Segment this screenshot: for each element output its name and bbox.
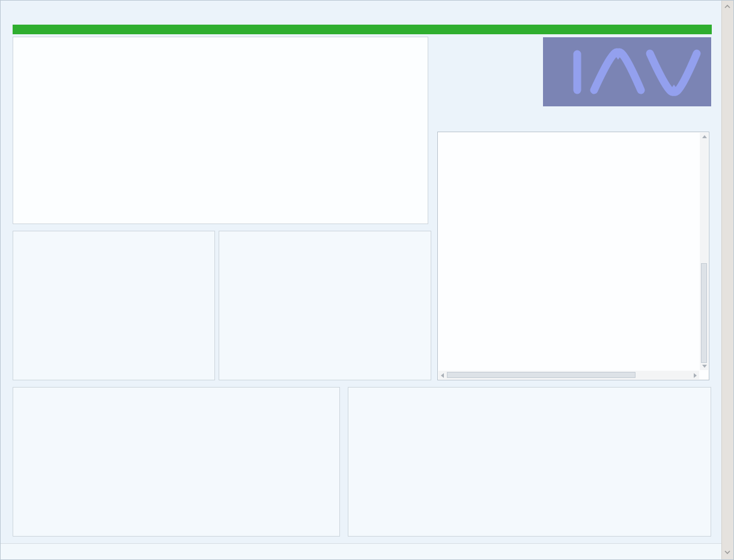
log-console[interactable] <box>437 132 709 380</box>
current-chart[interactable] <box>13 231 214 380</box>
model-3d-panel <box>13 37 428 224</box>
footer-bar <box>1 543 722 560</box>
app-window <box>0 0 734 560</box>
chevron-up-icon[interactable] <box>723 3 732 10</box>
log-vertical-scrollbar[interactable] <box>700 133 708 370</box>
progress-bar <box>13 25 712 34</box>
current-plot-panel <box>13 231 215 380</box>
scroll-right-icon[interactable] <box>694 373 697 378</box>
open-in-window-icon[interactable] <box>413 235 426 247</box>
model-3d-view[interactable] <box>13 37 428 224</box>
temperature-chart[interactable] <box>348 388 711 536</box>
scroll-up-icon[interactable] <box>702 135 707 138</box>
inflow-plot-panel <box>219 231 431 380</box>
iav-logo-glyphs <box>543 37 711 106</box>
voltage-chart[interactable] <box>13 388 339 536</box>
open-in-window-icon[interactable] <box>196 235 210 247</box>
open-in-window-icon[interactable] <box>315 391 329 403</box>
window-scrollbar[interactable] <box>721 1 733 559</box>
open-in-window-icon[interactable] <box>410 41 423 53</box>
log-hscroll-thumb[interactable] <box>447 372 635 378</box>
progress-fill <box>13 25 712 34</box>
scroll-left-icon[interactable] <box>441 373 444 378</box>
open-in-window-icon[interactable] <box>694 391 707 403</box>
iav-logo <box>543 37 711 106</box>
temperature-plot-panel <box>348 387 711 537</box>
scroll-down-icon[interactable] <box>702 365 707 368</box>
voltage-plot-panel <box>13 387 340 537</box>
log-vscroll-thumb[interactable] <box>701 263 707 363</box>
chevron-down-icon[interactable] <box>723 549 732 556</box>
inflow-chart[interactable] <box>219 231 431 380</box>
log-horizontal-scrollbar[interactable] <box>438 371 699 379</box>
